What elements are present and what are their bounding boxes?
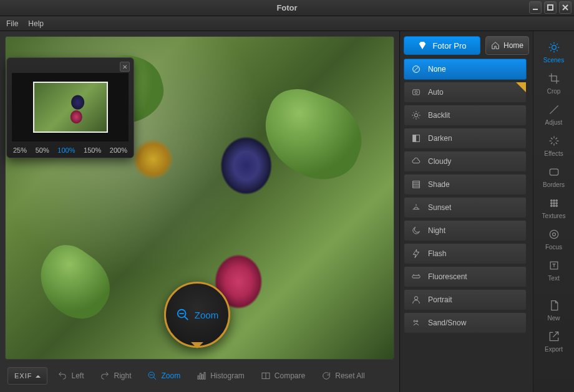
- svg-rect-22: [413, 135, 416, 142]
- tool-scenes[interactable]: Scenes: [537, 37, 572, 67]
- svg-rect-36: [550, 169, 558, 175]
- scene-portrait[interactable]: Portrait: [404, 289, 527, 310]
- scene-label: Flash: [428, 249, 446, 258]
- sandsnow-icon: [411, 317, 422, 328]
- svg-point-44: [553, 205, 555, 207]
- rotate-right-icon: [100, 371, 110, 381]
- zoom-level-25[interactable]: 25%: [13, 146, 27, 154]
- export-icon: [548, 330, 560, 344]
- svg-rect-12: [202, 375, 203, 379]
- tool-label: Scenes: [543, 57, 564, 64]
- svg-rect-18: [413, 90, 420, 95]
- scene-label: Sand/Snow: [428, 318, 466, 327]
- zoom-level-50[interactable]: 50%: [36, 146, 49, 154]
- toolbar-compare[interactable]: Compare: [253, 367, 313, 385]
- toolbar-rotate-left[interactable]: Left: [50, 367, 91, 385]
- zoom-callout-label: Zoom: [195, 310, 218, 320]
- scene-sunset[interactable]: Sunset: [404, 197, 527, 218]
- tool-label: Export: [545, 346, 563, 353]
- tool-borders[interactable]: Borders: [537, 162, 572, 192]
- scene-none[interactable]: None: [404, 59, 527, 80]
- maximize-button[interactable]: [544, 1, 557, 14]
- home-button[interactable]: Home: [485, 36, 529, 55]
- svg-point-31: [414, 297, 417, 300]
- histogram-icon: [197, 371, 207, 381]
- scene-shade[interactable]: Shade: [404, 174, 527, 195]
- exif-button[interactable]: EXIF: [7, 367, 47, 385]
- svg-rect-28: [412, 275, 420, 278]
- scenes-icon: [548, 41, 560, 55]
- tool-label: Text: [548, 275, 559, 282]
- toolbar-rotate-right[interactable]: Right: [92, 367, 139, 385]
- zoom-level-150[interactable]: 150%: [84, 146, 101, 154]
- svg-line-8: [153, 377, 156, 380]
- diamond-icon: [417, 41, 427, 50]
- menu-bar: File Help: [0, 16, 574, 31]
- minimize-button[interactable]: [529, 1, 542, 14]
- scene-night[interactable]: Night: [404, 220, 527, 241]
- navigator-panel[interactable]: ✕ 25%50%100%150%200%: [6, 57, 134, 158]
- reset-all-icon: [321, 371, 331, 381]
- svg-point-37: [550, 200, 552, 202]
- shade-icon: [411, 179, 422, 190]
- svg-point-38: [553, 200, 555, 202]
- navigator-close-button[interactable]: ✕: [120, 62, 130, 72]
- scene-sandsnow[interactable]: Sand/Snow: [404, 312, 527, 333]
- menu-file[interactable]: File: [6, 19, 18, 28]
- toolbar-zoom[interactable]: Zoom: [140, 367, 188, 385]
- svg-point-46: [550, 230, 558, 238]
- tool-crop[interactable]: Crop: [537, 69, 572, 98]
- svg-point-40: [550, 203, 552, 204]
- svg-point-39: [555, 200, 557, 202]
- scene-flash[interactable]: Flash: [404, 243, 527, 264]
- zoom-out-icon: [176, 308, 190, 322]
- zoom-level-100[interactable]: 100%: [57, 146, 75, 154]
- compare-icon: [261, 371, 271, 381]
- menu-help[interactable]: Help: [28, 19, 44, 28]
- svg-rect-10: [198, 376, 199, 379]
- scene-backlit[interactable]: Backlit: [404, 105, 527, 126]
- tool-effects[interactable]: Effects: [537, 131, 572, 161]
- borders-icon: [548, 166, 560, 179]
- sunset-icon: [411, 202, 422, 213]
- tool-label: Focus: [545, 244, 562, 251]
- scene-darken[interactable]: Darken: [404, 128, 527, 149]
- close-button[interactable]: [559, 1, 572, 14]
- scene-label: Sunset: [428, 203, 451, 212]
- tool-text[interactable]: Text: [537, 256, 572, 285]
- tool-new[interactable]: New: [537, 295, 572, 325]
- navigator-thumbnail: [33, 82, 108, 133]
- adjust-icon: [548, 103, 560, 117]
- svg-point-32: [414, 320, 416, 322]
- svg-point-43: [550, 205, 552, 207]
- scene-label: Darken: [428, 134, 452, 143]
- scene-auto[interactable]: Auto: [404, 82, 527, 103]
- navigator-thumbnail-area[interactable]: [12, 73, 129, 141]
- fotor-pro-button[interactable]: Fotor Pro: [404, 36, 480, 55]
- scene-cloudy[interactable]: Cloudy: [404, 151, 527, 172]
- toolbar-reset-all[interactable]: Reset All: [314, 367, 372, 385]
- auto-icon: [411, 87, 422, 98]
- textures-icon: [548, 197, 560, 211]
- app-title: Fotor: [276, 3, 297, 12]
- svg-point-42: [555, 203, 557, 204]
- tool-export[interactable]: Export: [537, 327, 572, 356]
- bottom-toolbar: EXIF LeftRightZoomHistogramCompareReset …: [5, 365, 394, 387]
- tool-label: Borders: [543, 181, 565, 188]
- toolbar-histogram[interactable]: Histogram: [189, 367, 252, 385]
- svg-point-19: [415, 91, 417, 93]
- svg-point-20: [414, 113, 417, 117]
- svg-rect-1: [548, 5, 553, 10]
- svg-rect-11: [200, 373, 202, 379]
- scene-label: Backlit: [428, 111, 450, 120]
- svg-rect-13: [204, 373, 205, 380]
- tool-focus[interactable]: Focus: [537, 224, 572, 254]
- zoom-level-200[interactable]: 200%: [110, 146, 127, 154]
- home-icon: [491, 41, 500, 50]
- scene-fluorescent[interactable]: Fluorescent: [404, 266, 527, 287]
- svg-point-45: [555, 205, 557, 207]
- tool-adjust[interactable]: Adjust: [537, 100, 572, 130]
- tool-textures[interactable]: Textures: [537, 193, 572, 223]
- none-icon: [411, 64, 422, 75]
- svg-line-5: [185, 317, 188, 320]
